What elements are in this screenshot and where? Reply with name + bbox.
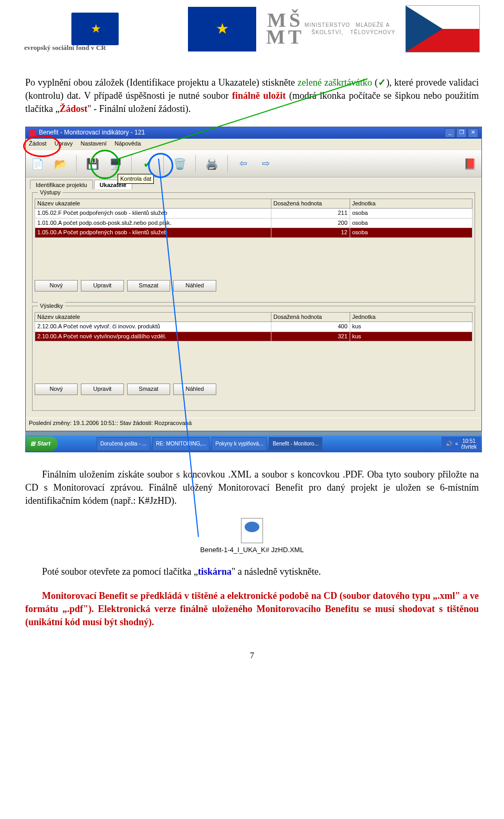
table-vysledky: Název ukazatele Dosažená hodnota Jednotk…: [35, 312, 472, 341]
button-row: Nový Upravit Smazat Náhled: [35, 383, 472, 395]
paragraph-3: Poté soubor otevřete za pomocí tlačítka …: [25, 565, 479, 578]
msmt-sub2: MLÁDEŽE A TĚLOVÝCHOVY: [350, 22, 395, 36]
tray-icon: 🔊: [446, 440, 452, 448]
col-header[interactable]: Jednotka: [350, 199, 472, 208]
delete-icon[interactable]: 🗑️: [172, 157, 187, 171]
edit-button[interactable]: Upravit: [81, 383, 124, 395]
edit-button[interactable]: Upravit: [81, 280, 124, 292]
close-button[interactable]: ✕: [468, 128, 478, 138]
star-ring-icon: ★: [91, 21, 100, 37]
checkmark-icon: ✓: [378, 77, 386, 88]
taskbar-item[interactable]: Benefit - Monitoro...: [269, 437, 322, 451]
col-header[interactable]: Dosažená hodnota: [271, 312, 350, 322]
taskbar-item[interactable]: Pokyny k vyplňová...: [212, 437, 267, 451]
cell: 2.10.00.A Počet nově vytv/inov/prog.dalš…: [35, 331, 271, 341]
menu-item[interactable]: Nápověda: [114, 140, 141, 147]
separator: [227, 155, 228, 173]
window-title: Benefit - Monitorovací indikátory - 121: [39, 128, 145, 137]
paragraph-4-red: Monitorovací Benefit se předkládá v tišt…: [25, 589, 479, 629]
menu-item[interactable]: Úpravy: [55, 140, 73, 147]
xml-file-name: Benefit-1-4_I_UKA_K# JzHD.XML: [25, 545, 479, 555]
final-save-label: finálně uložit: [232, 90, 286, 101]
app-icon: [29, 129, 36, 137]
delete-button[interactable]: Smazat: [127, 383, 170, 395]
col-header[interactable]: Jednotka: [350, 312, 472, 322]
table-row[interactable]: 1.01.00.A počet podp.osob-posk.služ.nebo…: [35, 218, 472, 227]
cell: 321: [271, 331, 350, 341]
zadost-label: Žádost: [59, 103, 87, 114]
taskbar-item[interactable]: Doručená pošta - ...: [97, 437, 150, 451]
text: Po vyplnění obou záložek (Identifikace p…: [25, 77, 298, 88]
windows-logo-icon: ⊞: [30, 440, 35, 448]
table-row[interactable]: 1.05.02.F Počet podpořených osob - klien…: [35, 209, 472, 218]
paragraph-2: Finálním uložením získáte soubor s konco…: [25, 468, 479, 508]
system-tray[interactable]: 🔊 « 10:51 čtvrtek: [442, 437, 481, 451]
table-row[interactable]: 2.10.00.A Počet nově vytv/inov/prog.dalš…: [35, 331, 472, 341]
separator: [131, 155, 132, 173]
menubar: Žádost Úpravy Nastavení Nápověda: [26, 139, 481, 151]
cell: 200: [271, 218, 350, 227]
header-logos: ★ evropský sociální fond v ČR ★ MŠ MT MI…: [0, 0, 504, 55]
separator: [163, 155, 164, 173]
esf-flag-icon: ★: [71, 13, 119, 45]
preview-button[interactable]: Náhled: [173, 383, 216, 395]
button-row: Nový Upravit Smazat Náhled: [35, 280, 472, 292]
table-vystupy: Název ukazatele Dosažená hodnota Jednotk…: [35, 199, 472, 238]
clock: 10:51: [461, 438, 477, 444]
minimize-button[interactable]: _: [445, 128, 455, 138]
group-title: Výsledky: [38, 302, 65, 310]
cell: osoba: [350, 228, 472, 237]
esf-caption: evropský sociální fond v ČR: [24, 43, 106, 53]
maximize-button[interactable]: ❐: [456, 128, 467, 138]
taskbar: ⊞ Start Doručená pošta - ... RE: MONITOR…: [25, 436, 482, 452]
new-button[interactable]: Nový: [35, 280, 78, 292]
page-number: 7: [25, 650, 479, 661]
table-row[interactable]: 1.05.00.A Počet podpořených osob - klien…: [35, 228, 472, 237]
separator: [76, 155, 77, 173]
titlebar[interactable]: Benefit - Monitorovací indikátory - 121 …: [26, 127, 481, 139]
msmt-initials: MŠ MT: [266, 12, 304, 46]
col-header[interactable]: Dosažená hodnota: [271, 199, 350, 208]
clock-day: čtvrtek: [461, 444, 477, 450]
text: Poté soubor otevřete za pomocí tlačítka …: [42, 566, 198, 577]
new-button[interactable]: Nový: [35, 383, 78, 395]
app-window: Benefit - Monitorovací indikátory - 121 …: [25, 127, 482, 431]
taskbar-item[interactable]: RE: MONITORING,...: [152, 437, 209, 451]
intro-paragraph-1: Po vyplnění obou záložek (Identifikace p…: [25, 76, 479, 116]
col-header[interactable]: Název ukazatele: [35, 199, 271, 208]
new-icon[interactable]: 📄: [30, 157, 45, 171]
cell: 1.01.00.A počet podp.osob-posk.služ.nebo…: [35, 218, 271, 227]
cell: 2.12.00.A Počet nově vytvoř. či inovov. …: [35, 322, 271, 331]
group-vystupy: Výstupy Název ukazatele Dosažená hodnota…: [32, 192, 475, 303]
nav-forward-icon[interactable]: ⇨: [262, 157, 270, 170]
menu-item[interactable]: Nastavení: [81, 140, 107, 147]
print-icon[interactable]: 🖨️: [204, 157, 219, 171]
menu-item[interactable]: Žádost: [29, 140, 47, 147]
start-button[interactable]: ⊞ Start: [26, 437, 58, 451]
xml-file-icon: [241, 518, 263, 543]
nav-back-icon[interactable]: ⇦: [239, 157, 247, 170]
start-label: Start: [37, 440, 50, 448]
save-icon[interactable]: 💾: [85, 157, 100, 171]
app-screenshot: Benefit - Monitorovací indikátory - 121 …: [25, 127, 482, 452]
tooltip: Kontrola dat: [118, 174, 154, 184]
statusbar: Poslední změny: 19.1.2006 10:51:: Stav ž…: [26, 418, 481, 431]
eu-flag-icon: ★: [188, 7, 256, 51]
validate-check-icon[interactable]: ✔: [140, 157, 155, 171]
xml-file-block: Benefit-1-4_I_UKA_K# JzHD.XML: [25, 518, 479, 555]
delete-button[interactable]: Smazat: [127, 280, 170, 292]
final-save-icon[interactable]: 🖥️: [108, 157, 123, 171]
text: " a následně vytiskněte.: [232, 566, 321, 577]
col-header[interactable]: Název ukazatele: [35, 312, 271, 322]
eu-flag-logo: ★: [188, 5, 256, 53]
table-row[interactable]: 2.12.00.A Počet nově vytvoř. či inovov. …: [35, 322, 472, 331]
preview-button[interactable]: Náhled: [173, 280, 216, 292]
cell: 12: [271, 228, 350, 237]
window-controls: _ ❐ ✕: [445, 128, 478, 138]
toolbar: 📄 📂 💾 🖥️ ✔ 🗑️ 🖨️ ⇦ ⇨ Kontrola dat 📕: [26, 151, 481, 178]
cell: kus: [350, 331, 472, 341]
esf-logo: ★ evropský sociální fond v ČR: [24, 5, 166, 53]
cell: 400: [271, 322, 350, 331]
open-folder-icon[interactable]: 📂: [53, 157, 68, 171]
help-icon[interactable]: 📕: [463, 157, 477, 171]
